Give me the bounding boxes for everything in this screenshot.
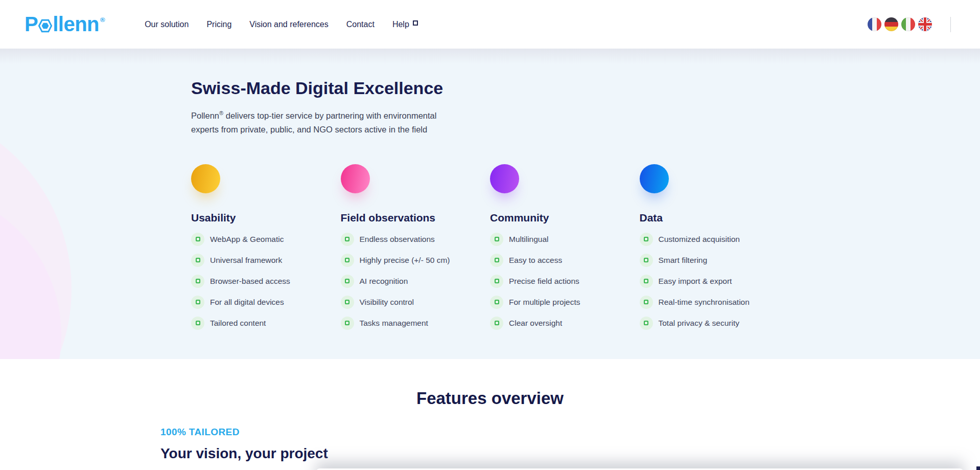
features-tagline: 100% TAILORED	[160, 427, 980, 438]
list-item: Smart filtering	[640, 254, 789, 267]
list-item: Clear oversight	[490, 317, 640, 330]
italian-flag-icon[interactable]	[901, 17, 915, 31]
list-item: For multiple projects	[490, 296, 640, 309]
header-divider	[950, 17, 951, 32]
checkbox-icon	[640, 296, 653, 309]
checkbox-icon	[640, 317, 653, 330]
features-section-title: Features overview	[0, 359, 980, 408]
list-item: Visibility control	[341, 296, 491, 309]
checkbox-icon	[640, 275, 653, 288]
community-circle-icon	[490, 164, 519, 193]
top-navigation-bar: P llenn ® Our solution Pricing Vision an…	[0, 0, 980, 49]
checkbox-icon	[490, 317, 503, 330]
usability-circle-icon	[191, 164, 220, 193]
corner-widget	[976, 466, 980, 470]
column-title: Community	[490, 212, 640, 224]
list-item: Real-time synchronisation	[640, 296, 789, 309]
features-heading: Your vision, your project	[160, 445, 980, 462]
list-item: WebApp & Geomatic	[191, 233, 341, 246]
list-item: Easy import & export	[640, 275, 789, 288]
list-item: AI recognition	[341, 275, 491, 288]
list-item: Precise field actions	[490, 275, 640, 288]
data-circle-icon	[640, 164, 669, 193]
list-item: Customized acquisition	[640, 233, 789, 246]
hero-title: Swiss-Made Digital Excellence	[191, 78, 789, 98]
main-nav: Our solution Pricing Vision and referenc…	[145, 20, 418, 29]
pollenn-logo[interactable]: P llenn ®	[25, 13, 105, 36]
list-item: Multilingual	[490, 233, 640, 246]
column-title: Data	[640, 212, 789, 224]
checkbox-icon	[191, 317, 204, 330]
hero-section: Swiss-Made Digital Excellence Pollenn® d…	[0, 49, 980, 359]
features-section: Features overview 100% TAILORED Your vis…	[0, 359, 980, 470]
british-flag-icon[interactable]	[918, 17, 932, 31]
checkbox-icon	[640, 254, 653, 267]
field-observations-circle-icon	[341, 164, 370, 193]
logo-text-part2: llenn	[53, 13, 99, 36]
checkbox-icon	[191, 296, 204, 309]
checkbox-icon	[341, 317, 354, 330]
hero-subtitle: Pollenn® delivers top-tier service by pa…	[191, 106, 462, 137]
nav-item-pricing[interactable]: Pricing	[206, 20, 231, 29]
checkbox-icon	[490, 296, 503, 309]
list-item: Total privacy & security	[640, 317, 789, 330]
list-item: Tasks management	[341, 317, 491, 330]
list-item: For all digital devices	[191, 296, 341, 309]
external-link-icon	[413, 20, 418, 26]
checkbox-icon	[490, 233, 503, 246]
list-item: Tailored content	[191, 317, 341, 330]
column-field-observations: Field observations Endless observations …	[341, 164, 491, 338]
column-title: Usability	[191, 212, 341, 224]
list-item: Highly precise (+/- 50 cm)	[341, 254, 491, 267]
registered-mark: ®	[100, 16, 105, 24]
feature-columns: Usability WebApp & Geomatic Universal fr…	[191, 164, 789, 338]
checkbox-icon	[490, 275, 503, 288]
nav-item-contact[interactable]: Contact	[346, 20, 375, 29]
logo-text-part1: P	[25, 13, 38, 36]
language-switcher	[868, 17, 932, 31]
checkbox-icon	[341, 296, 354, 309]
checkbox-icon	[341, 275, 354, 288]
hexagon-logo-icon	[38, 18, 52, 33]
checkbox-icon	[191, 254, 204, 267]
nav-item-vision-references[interactable]: Vision and references	[249, 20, 328, 29]
checkbox-icon	[341, 233, 354, 246]
nav-item-help[interactable]: Help	[392, 20, 418, 29]
checkbox-icon	[490, 254, 503, 267]
checkbox-icon	[640, 233, 653, 246]
french-flag-icon[interactable]	[868, 17, 881, 31]
german-flag-icon[interactable]	[884, 17, 898, 31]
checkbox-icon	[341, 254, 354, 267]
checkbox-icon	[191, 233, 204, 246]
list-item: Universal framework	[191, 254, 341, 267]
list-item: Endless observations	[341, 233, 491, 246]
checkbox-icon	[191, 275, 204, 288]
column-data: Data Customized acquisition Smart filter…	[640, 164, 789, 338]
column-community: Community Multilingual Easy to access Pr…	[490, 164, 640, 338]
list-item: Easy to access	[490, 254, 640, 267]
list-item: Browser-based access	[191, 275, 341, 288]
column-usability: Usability WebApp & Geomatic Universal fr…	[191, 164, 341, 338]
column-title: Field observations	[341, 212, 491, 224]
nav-item-our-solution[interactable]: Our solution	[145, 20, 189, 29]
